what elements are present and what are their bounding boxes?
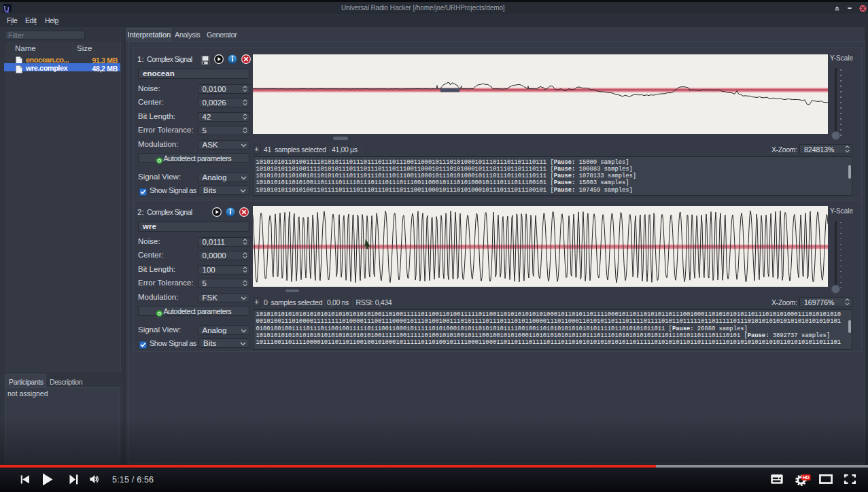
- svg-text:HD: HD: [803, 475, 810, 480]
